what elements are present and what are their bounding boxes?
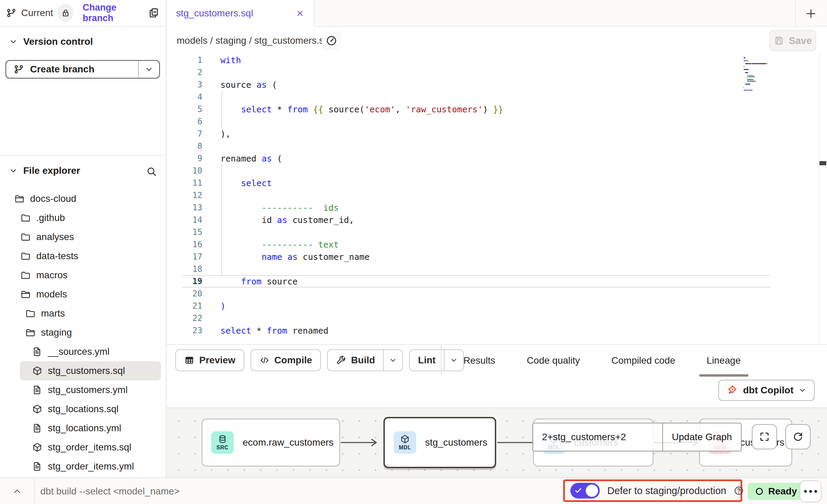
code-line-8: 8 xyxy=(166,140,827,152)
table-icon xyxy=(184,355,194,365)
create-branch-label: Create branch xyxy=(30,64,94,75)
graph-selector-input[interactable]: 2+stg_customers+2 xyxy=(533,423,662,451)
command-input[interactable]: dbt build --select <model_name> xyxy=(40,478,180,504)
fullscreen-button[interactable] xyxy=(752,424,777,449)
panel-tabs: ResultsCode qualityCompiled codeLineage xyxy=(441,345,741,376)
git-branch-icon xyxy=(14,64,24,74)
build-dropdown[interactable] xyxy=(383,350,402,370)
folder-open-icon xyxy=(14,194,25,204)
status-ring-icon xyxy=(755,487,764,496)
scrollbar-thumb[interactable] xyxy=(819,161,826,165)
tab-lineage[interactable]: Lineage xyxy=(707,355,741,366)
update-graph-button[interactable]: Update Graph xyxy=(662,423,741,451)
tree-item-models[interactable]: models xyxy=(0,285,166,304)
tree-item-stg-locations-yml[interactable]: stg_locations.yml xyxy=(0,419,166,438)
breadcrumb-row: models / staging / stg_customers.sql Sav… xyxy=(166,27,827,54)
dbt-copilot-button[interactable]: dbt Copilot xyxy=(718,380,815,401)
dbt-logo-icon xyxy=(727,384,738,396)
tree-item-stg-order-items-sql[interactable]: stg_order_items.sql xyxy=(0,438,166,457)
status-bar: dbt build --select <model_name> Defer to… xyxy=(0,477,827,504)
code-line-9: 9renamed as ( xyxy=(166,152,827,165)
code-line-20: 20 xyxy=(166,288,827,300)
lineage-node-ecom-raw-customers[interactable]: SRCecom.raw_customers xyxy=(202,419,340,466)
build-button[interactable]: Build xyxy=(327,349,403,371)
code-line-14: 14 id as customer_id, xyxy=(166,214,827,226)
more-options-button[interactable] xyxy=(800,480,822,502)
tree-item-macros[interactable]: macros xyxy=(0,266,166,285)
dbt-copilot-label: dbt Copilot xyxy=(743,385,794,396)
minimap[interactable] xyxy=(744,57,815,91)
tree-item-stg-order-items-yml[interactable]: stg_order_items.yml xyxy=(0,457,166,476)
code-line-3: 3source as ( xyxy=(166,79,827,91)
tree-item--github[interactable]: .github xyxy=(0,208,166,227)
tree-item--sources-yml[interactable]: __sources.yml xyxy=(0,342,166,361)
save-button[interactable]: Save xyxy=(770,30,816,51)
lineage-panel[interactable]: SRCecom.raw_customersMDLstg_customersMDL… xyxy=(166,407,827,477)
lineage-node-stg-customers[interactable]: MDLstg_customers xyxy=(383,417,496,468)
tree-item-marts[interactable]: marts xyxy=(0,304,166,323)
folder-open-icon xyxy=(21,289,31,299)
tab-code-quality[interactable]: Code quality xyxy=(527,355,580,366)
file-explorer-title: File explorer xyxy=(23,165,80,176)
tree-item-stg-locations-sql[interactable]: stg_locations.sql xyxy=(0,400,166,419)
code-line-19: 19 from source xyxy=(166,275,827,288)
code-line-13: 13 ---------- ids xyxy=(166,201,827,214)
chevron-up-icon xyxy=(12,486,22,496)
folder-open-icon xyxy=(25,327,36,338)
tree-item-stg-customers-sql[interactable]: stg_customers.sql xyxy=(20,361,161,380)
tree-item-stg-customers-yml[interactable]: stg_customers.yml xyxy=(0,380,166,400)
action-toolbar: PreviewCompileBuildLint ResultsCode qual… xyxy=(166,344,827,376)
tree-item-staging[interactable]: staging xyxy=(0,323,166,342)
gauge-icon xyxy=(326,35,337,46)
code-line-16: 16 ---------- text xyxy=(166,238,827,251)
cube-icon xyxy=(32,442,42,452)
statusbar-divider xyxy=(34,478,35,504)
search-icon[interactable] xyxy=(146,166,157,177)
tree-item-analyses[interactable]: analyses xyxy=(0,227,166,247)
folder-icon xyxy=(21,232,31,242)
status-label: Ready xyxy=(768,486,797,497)
compile-button[interactable]: Compile xyxy=(250,349,321,371)
cube-icon xyxy=(400,434,410,444)
tree-item-data-tests[interactable]: data-tests xyxy=(0,247,166,266)
file-icon xyxy=(32,385,42,395)
defer-toggle[interactable] xyxy=(570,483,600,499)
help-icon[interactable] xyxy=(734,486,744,496)
performance-gauge-button[interactable] xyxy=(322,31,341,50)
code-line-11: 11 select xyxy=(166,177,827,189)
create-branch-dropdown[interactable] xyxy=(138,61,159,78)
save-icon xyxy=(774,36,784,46)
new-tab-button[interactable] xyxy=(801,4,821,23)
folder-icon xyxy=(21,251,31,261)
folder-icon xyxy=(21,213,31,223)
tab-stg-customers-sql[interactable]: stg_customers.sql xyxy=(166,0,315,27)
copy-icon[interactable] xyxy=(148,7,160,19)
tab-results[interactable]: Results xyxy=(463,355,495,366)
folder-icon xyxy=(21,270,31,280)
cube-icon xyxy=(32,404,42,414)
code-line-23: 23select * from renamed xyxy=(166,324,827,337)
tab-compiled-code[interactable]: Compiled code xyxy=(611,355,675,366)
create-branch-button[interactable]: Create branch xyxy=(5,60,160,79)
status-badge: Ready xyxy=(748,483,804,500)
expand-console-button[interactable] xyxy=(5,483,29,500)
version-control-header[interactable]: Version control xyxy=(0,33,166,51)
code-line-7: 7), xyxy=(166,128,827,140)
file-tree: docs-cloud.githubanalysesdata-testsmacro… xyxy=(0,189,166,476)
tree-item-docs-cloud[interactable]: docs-cloud xyxy=(0,189,166,208)
code-line-15: 15 xyxy=(166,226,827,238)
preview-button[interactable]: Preview xyxy=(175,349,244,371)
code-line-17: 17 name as customer_name xyxy=(166,251,827,263)
close-icon[interactable] xyxy=(296,9,304,18)
file-icon xyxy=(32,347,42,357)
chevron-down-icon xyxy=(9,166,18,175)
git-branch-icon xyxy=(6,8,16,18)
wrench-icon xyxy=(336,355,346,365)
breadcrumb: models / staging / stg_customers.sql xyxy=(177,27,331,54)
code-icon xyxy=(259,355,270,365)
refresh-button[interactable] xyxy=(785,424,811,449)
code-line-10: 10 xyxy=(166,165,827,177)
code-editor[interactable]: 1with23source as (45 select * from {{ so… xyxy=(166,54,827,344)
change-branch-link[interactable]: Change branch xyxy=(83,2,140,24)
file-explorer-header[interactable]: File explorer xyxy=(0,162,166,180)
